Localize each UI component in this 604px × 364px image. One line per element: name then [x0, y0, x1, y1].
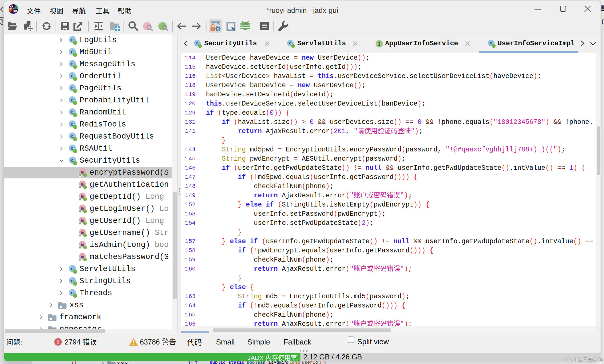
svg-text:m: m: [81, 242, 84, 247]
svg-text:m: m: [81, 230, 84, 235]
svg-text:c: c: [196, 41, 198, 46]
svg-text:m: m: [81, 206, 84, 211]
svg-text:I: I: [378, 42, 381, 47]
svg-text:c: c: [289, 41, 292, 46]
svg-text:m: m: [81, 182, 84, 187]
svg-text:c: c: [490, 41, 492, 46]
svg-text:m: m: [81, 218, 84, 223]
svg-text:m: m: [81, 194, 84, 199]
svg-text:m: m: [81, 170, 84, 175]
svg-text:m: m: [81, 254, 84, 259]
